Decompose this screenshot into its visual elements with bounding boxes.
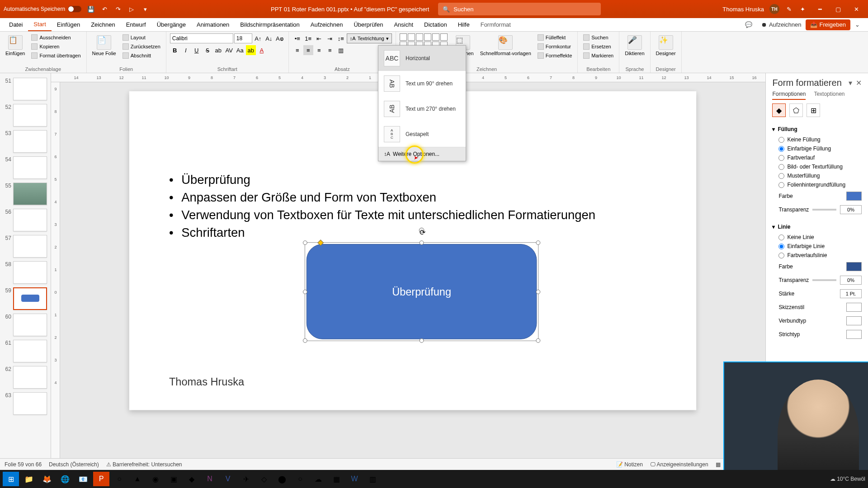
app-icon-4[interactable]: ◆ [184,472,200,486]
user-name[interactable]: Thomas Hruska [722,6,764,13]
outlook-icon[interactable]: 📧 [75,472,91,486]
tab-dictation[interactable]: Dictation [419,18,453,31]
thumb-61[interactable] [13,340,47,362]
textdir-rotate-90[interactable]: AB Text um 90° drehen [378,71,466,96]
app-icon-2[interactable]: ◉ [147,472,164,486]
quick-styles-button[interactable]: 🎨Schnellformat-vorlagen [478,33,533,58]
change-case-button[interactable]: Aa [235,45,245,55]
pane-dropdown-icon[interactable]: ▾ [849,79,852,87]
app-icon-6[interactable]: ○ [292,472,308,486]
fill-gradient-radio[interactable]: Farbverlauf [772,153,862,162]
thumb-54[interactable] [13,156,47,179]
paste-button[interactable]: 📋Einfügen [4,33,27,58]
section-button[interactable]: Abschnitt [121,52,162,60]
grow-font-icon[interactable]: A↑ [253,33,263,43]
thumb-51[interactable] [13,78,47,100]
tab-datei[interactable]: Datei [4,18,28,31]
coming-soon-icon[interactable]: ✦ [798,5,807,13]
telegram-icon[interactable]: ✈ [238,472,254,486]
thumb-58[interactable] [13,261,47,284]
pane-close-icon[interactable]: ✕ [856,79,862,87]
share-button[interactable]: 📤 Freigeben [806,19,850,30]
align-right-button[interactable]: ≡ [314,45,324,55]
char-spacing-button[interactable]: AV [224,45,234,55]
font-color-button[interactable]: A [257,45,267,55]
line-spacing-button[interactable]: ↕≡ [336,33,346,43]
thumb-53[interactable] [13,130,47,153]
increase-indent-button[interactable]: ⇥ [325,33,335,43]
pen-icon[interactable]: ✎ [785,5,793,13]
tab-hilfe[interactable]: Hilfe [453,18,475,31]
slide-thumbnails[interactable]: 51 52 53 54 55 56 57 58 59 60 61 62 63 [0,73,51,458]
select-button[interactable]: Markieren [581,52,615,60]
fill-none-radio[interactable]: Keine Füllung [772,135,862,144]
author-text[interactable]: Thomas Hruska [169,375,244,388]
weather-widget[interactable]: ☁ 10°C Bewöl [830,476,865,482]
firefox-icon[interactable]: 🦊 [39,472,55,486]
accessibility-check[interactable]: ⚠ Barrierefreiheit: Untersuchen [106,461,182,468]
line-color-picker[interactable] [846,262,862,271]
text-direction-button[interactable]: ↕A Textrichtung ▾ [347,33,392,43]
fill-picture-radio[interactable]: Bild- oder Texturfüllung [772,162,862,171]
qat-more-icon[interactable]: ▾ [141,5,149,13]
language-indicator[interactable]: Deutsch (Österreich) [49,461,99,468]
cut-button[interactable]: Ausschneiden [29,33,82,42]
shadow-button[interactable]: ab [213,45,223,55]
layout-button[interactable]: Layout [121,33,162,42]
textdir-more-options[interactable]: ↕A Weitere Optionen... ➤ [378,147,466,161]
record-button[interactable]: ⏺ Aufzeichnen [757,19,806,30]
tab-text-options[interactable]: Textoptionen [814,91,844,100]
bullet-list[interactable]: Überprüfung Anpassen der Größe und Form … [169,171,656,242]
display-settings-button[interactable]: 🖵 Anzeigeeinstellungen [650,461,708,468]
line-width-input[interactable] [840,289,862,298]
start-from-beginning-icon[interactable]: ▷ [127,5,136,13]
autosave-toggle[interactable]: Automatisches Speichern [4,6,81,12]
bold-button[interactable]: B [170,45,180,55]
shape-outline-button[interactable]: Formkontur [536,42,574,51]
undo-icon[interactable]: ↶ [100,5,108,13]
textdir-horizontal[interactable]: ABC Horizontal [378,46,466,71]
app-icon-3[interactable]: ▣ [165,472,182,486]
onenote-icon[interactable]: N [202,472,218,486]
line-none-radio[interactable]: Keine Linie [772,233,862,242]
tab-entwurf[interactable]: Entwurf [121,18,151,31]
app-icon[interactable]: ○ [111,472,127,486]
italic-button[interactable]: I [181,45,191,55]
shrink-font-icon[interactable]: A↓ [264,33,274,43]
numbering-button[interactable]: 1≡ [303,33,313,43]
line-transparency-input[interactable] [840,276,862,285]
dash-type-picker[interactable] [846,330,862,339]
start-button[interactable]: ⊞ [3,472,19,486]
align-left-button[interactable]: ≡ [292,45,302,55]
tab-aufzeichnen[interactable]: Aufzeichnen [305,18,349,31]
shape-effects-button[interactable]: Formeffekte [536,52,574,60]
sketch-style-picker[interactable] [846,303,862,312]
thumb-55[interactable] [13,183,47,205]
fill-color-picker[interactable] [846,192,862,201]
tab-formformat[interactable]: Formformat [475,18,516,31]
fill-slidebg-radio[interactable]: Folienhintergrundfüllung [772,180,862,189]
underline-button[interactable]: U [192,45,202,55]
size-properties-icon[interactable]: ⊞ [807,103,820,117]
app-icon-9[interactable]: ▥ [364,472,381,486]
thumb-57[interactable] [13,235,47,258]
handle-bottom-right[interactable] [536,338,541,343]
handle-bottom-left[interactable] [303,338,307,343]
chrome-icon[interactable]: 🌐 [57,472,73,486]
fill-section-header[interactable]: ▾ Füllung [772,123,862,135]
tab-animationen[interactable]: Animationen [191,18,235,31]
search-input[interactable]: 🔍 Suchen [438,3,601,15]
file-explorer-icon[interactable]: 📁 [21,472,37,486]
fill-solid-radio[interactable]: Einfarbige Füllung [772,144,862,153]
columns-button[interactable]: ▥ [336,45,346,55]
redo-icon[interactable]: ↷ [114,5,122,13]
app-icon-5[interactable]: ◇ [256,472,272,486]
normal-view-icon[interactable]: ▦ [716,461,721,468]
save-icon[interactable]: 💾 [87,5,95,13]
format-painter-button[interactable]: Format übertragen [29,52,82,60]
app-icon-8[interactable]: ▦ [328,472,344,486]
tab-ueberpruefen[interactable]: Überprüfen [348,18,388,31]
user-avatar[interactable]: TH [769,4,779,14]
thumb-56[interactable] [13,209,47,231]
tab-ansicht[interactable]: Ansicht [388,18,419,31]
